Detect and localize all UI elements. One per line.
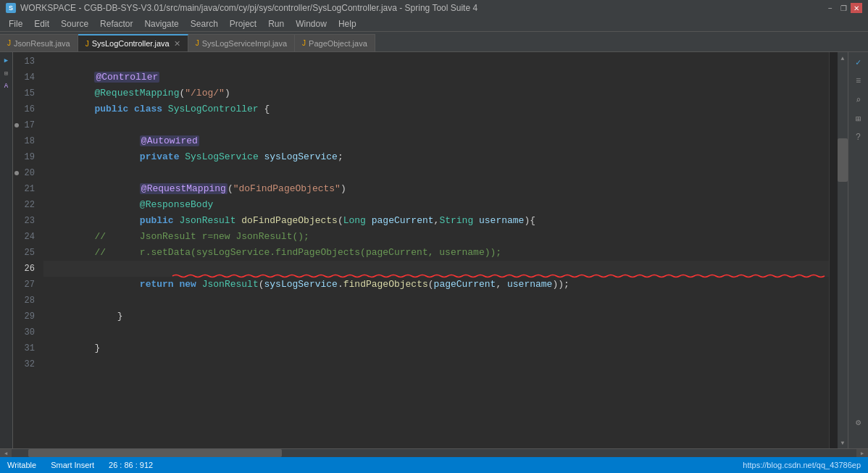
status-position: 26 : 86 : 912 bbox=[109, 461, 153, 469]
code-line-18: private SysLogService sysLogService; bbox=[43, 133, 829, 149]
line-num-14: 14 bbox=[13, 70, 39, 85]
menu-search[interactable]: Search bbox=[185, 17, 224, 30]
tab-close-icon[interactable]: ✕ bbox=[174, 39, 180, 49]
code-line-16 bbox=[43, 101, 829, 117]
window-controls: − ❐ ✕ bbox=[825, 3, 862, 13]
code-line-22: public JsonResult doFindPageObjects(Long… bbox=[43, 197, 829, 213]
right-icon-outline[interactable]: ≡ bbox=[851, 74, 866, 88]
line-num-20: 20 bbox=[13, 165, 39, 181]
scroll-up-icon: ▲ bbox=[841, 55, 845, 62]
menu-project[interactable]: Project bbox=[224, 17, 262, 30]
hscroll-track[interactable] bbox=[12, 449, 856, 457]
line-num-19: 19 bbox=[13, 149, 39, 165]
menu-navigate[interactable]: Navigate bbox=[138, 17, 184, 30]
menu-source[interactable]: Source bbox=[55, 17, 94, 30]
minimize-button[interactable]: − bbox=[825, 3, 836, 13]
menu-edit[interactable]: Edit bbox=[28, 17, 55, 30]
tab-syslog-service[interactable]: J SysLogServiceImpl.java bbox=[188, 34, 295, 51]
code-line-30: } bbox=[43, 325, 829, 340]
scroll-down-button[interactable]: ▼ bbox=[838, 437, 848, 448]
menu-help[interactable]: Help bbox=[333, 17, 362, 30]
tab-page-object[interactable]: J PageObject.java bbox=[295, 34, 375, 51]
code-line-15: public class SysLogController { bbox=[43, 85, 829, 101]
restore-button[interactable]: ❐ bbox=[838, 3, 849, 13]
line-num-29: 29 bbox=[13, 309, 39, 325]
hscroll-right[interactable]: ▶ bbox=[856, 449, 868, 458]
tab-bar: J JsonResult.java J SysLogController.jav… bbox=[0, 32, 868, 52]
line-num-13: 13 bbox=[13, 54, 39, 70]
left-gutter: ▶ ⊞ A bbox=[0, 52, 13, 448]
line-num-28: 28 bbox=[13, 293, 39, 309]
editor-area: 13 14 15 16 17 18 19 20 21 22 23 24 25 2… bbox=[13, 52, 848, 448]
right-icon-help[interactable]: ? bbox=[851, 130, 866, 145]
menu-run[interactable]: Run bbox=[262, 17, 290, 30]
code-line-17: @Autowired bbox=[43, 117, 829, 133]
line-num-17: 17 bbox=[13, 117, 39, 133]
line-num-23: 23 bbox=[13, 213, 39, 229]
code-line-23: // JsonResult r=new JsonResult(); bbox=[43, 213, 829, 229]
code-line-26: return new JsonResult(sysLogService.find… bbox=[43, 261, 829, 277]
hscroll-left[interactable]: ◀ bbox=[0, 449, 12, 458]
code-line-14: @RequestMapping("/log/") bbox=[43, 70, 829, 85]
right-scrollbar[interactable]: ▲ ▼ bbox=[838, 52, 848, 448]
status-url: https://blog.csdn.net/qq_43786ep bbox=[743, 461, 861, 469]
code-line-27 bbox=[43, 277, 829, 293]
line-num-18: 18 bbox=[13, 133, 39, 149]
scroll-up-button[interactable]: ▲ bbox=[838, 52, 848, 64]
gutter-icon-1: ▶ bbox=[1, 55, 12, 65]
code-line-24: // r.setData(sysLogService.findPageObjec… bbox=[43, 229, 829, 245]
code-line-25: // return r; bbox=[43, 245, 829, 261]
scrollbar-thumb[interactable] bbox=[838, 138, 848, 182]
tab-label: SysLogController.java bbox=[92, 39, 170, 48]
right-icon-search[interactable]: ⌕ bbox=[851, 93, 866, 107]
main-content: ▶ ⊞ A 13 14 15 16 17 18 19 20 21 22 23 2… bbox=[0, 52, 868, 448]
line-num-24: 24 bbox=[13, 229, 39, 245]
mini-map bbox=[829, 52, 838, 448]
line-num-31: 31 bbox=[13, 340, 39, 356]
code-line-21: @ResponseBody bbox=[43, 181, 829, 197]
status-bar: Writable Smart Insert 26 : 86 : 912 http… bbox=[0, 457, 868, 473]
code-line-29 bbox=[43, 309, 829, 325]
code-line-19 bbox=[43, 149, 829, 165]
hscroll-right-icon: ▶ bbox=[861, 451, 864, 456]
tab-label: SysLogServiceImpl.java bbox=[202, 39, 287, 48]
menu-refactor[interactable]: Refactor bbox=[94, 17, 138, 30]
line-num-16: 16 bbox=[13, 101, 39, 117]
right-icon-bookmark[interactable]: ⊞ bbox=[851, 112, 866, 126]
scrollbar-track[interactable] bbox=[838, 64, 848, 437]
line-num-26: 26 bbox=[13, 261, 39, 277]
app-icon: S bbox=[6, 3, 16, 13]
status-writable: Writable bbox=[7, 461, 36, 469]
menu-file[interactable]: File bbox=[3, 17, 28, 30]
gutter-icon-3: A bbox=[1, 81, 12, 91]
code-line-28: } bbox=[43, 293, 829, 309]
tab-syslog-controller[interactable]: J SysLogController.java ✕ bbox=[78, 34, 188, 51]
gutter-icon-2: ⊞ bbox=[1, 68, 12, 78]
line-num-32: 32 bbox=[13, 356, 39, 372]
status-insert-mode: Smart Insert bbox=[51, 461, 94, 469]
line-num-30: 30 bbox=[13, 325, 39, 340]
close-button[interactable]: ✕ bbox=[851, 3, 862, 13]
code-line-13: @Controller bbox=[43, 54, 829, 70]
horizontal-scrollbar[interactable]: ◀ ▶ bbox=[0, 448, 868, 457]
line-numbers: 13 14 15 16 17 18 19 20 21 22 23 24 25 2… bbox=[13, 52, 43, 448]
right-sidebar: ✓ ≡ ⌕ ⊞ ? ⚙ bbox=[848, 52, 868, 448]
window-title: WORKSPACE - CGB-DB-SYS-V3.01/src/main/ja… bbox=[20, 3, 477, 13]
line-num-15: 15 bbox=[13, 85, 39, 101]
code-line-32 bbox=[43, 356, 829, 372]
code-line-20: @RequestMapping("doFindPageObjects") bbox=[43, 165, 829, 181]
menu-bar: File Edit Source Refactor Navigate Searc… bbox=[0, 16, 868, 32]
hscroll-left-icon: ◀ bbox=[4, 451, 7, 456]
right-icon-tasks[interactable]: ✓ bbox=[851, 55, 866, 70]
menu-window[interactable]: Window bbox=[290, 17, 333, 30]
tab-label: PageObject.java bbox=[309, 39, 367, 48]
right-icon-settings[interactable]: ⚙ bbox=[851, 415, 866, 430]
hscroll-thumb[interactable] bbox=[28, 449, 282, 457]
tab-json-result[interactable]: J JsonResult.java bbox=[0, 34, 78, 51]
code-line-31 bbox=[43, 340, 829, 356]
scroll-down-icon: ▼ bbox=[841, 440, 845, 446]
line-num-25: 25 bbox=[13, 245, 39, 261]
code-content[interactable]: @Controller @RequestMapping("/log/") pub… bbox=[43, 52, 829, 448]
title-bar: S WORKSPACE - CGB-DB-SYS-V3.01/src/main/… bbox=[0, 0, 868, 16]
tab-label: JsonResult.java bbox=[14, 39, 70, 48]
